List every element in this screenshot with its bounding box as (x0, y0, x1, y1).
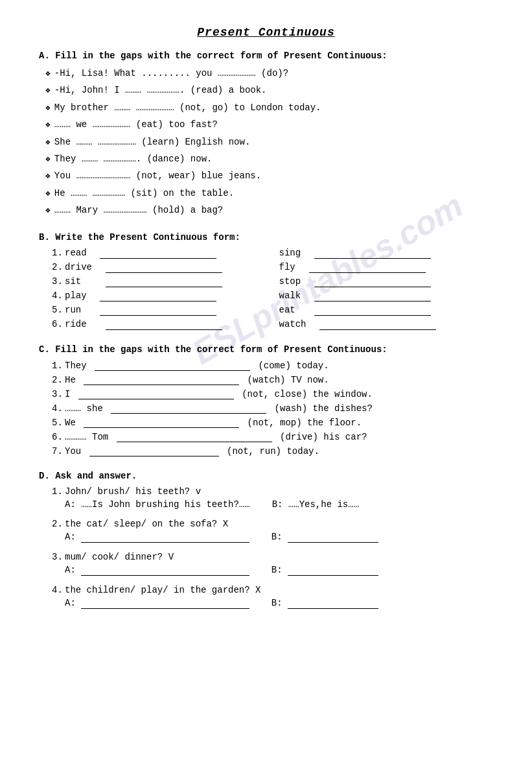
list-item: 2. He (watch) TV now. (52, 374, 493, 385)
list-item: 4. ……… she (wash) the dishes? (52, 403, 493, 414)
answer-lines-3: A: B: (52, 565, 493, 576)
bullet-icon: ❖ (45, 154, 51, 164)
list-item: 1. read sing (52, 248, 493, 259)
section-b: B. Write the Present Continuous form: 1.… (39, 232, 493, 330)
section-a: A. Fill in the gaps with the correct for… (39, 51, 493, 218)
answer-a-1: A: ……Is John brushing his teeth?…… (65, 499, 253, 510)
bullet-icon: ❖ (45, 137, 51, 147)
list-item: ❖ He ……… ……………… (sit) on the table. (39, 186, 493, 200)
list-item: 2. drive fly (52, 262, 493, 273)
list-item: ❖ She ……… ………………… (learn) English now. (39, 135, 493, 149)
answer-b-1: B: ……Yes,he is…… (272, 499, 362, 510)
ask-answer-1: 1. John/ brush/ his teeth? v A: ……Is Joh… (39, 486, 493, 510)
list-item: 3. I (not, close) the window. (52, 388, 493, 399)
answer-lines-4: A: B: (52, 598, 493, 609)
list-item: 4. play walk (52, 290, 493, 302)
page-title: Present Continuous (39, 26, 493, 39)
bullet-icon: ❖ (45, 171, 51, 181)
answer-b-3: B: (272, 565, 381, 576)
section-b-header: B. Write the Present Continuous form: (39, 232, 493, 243)
list-item: ❖ ……… Mary …………………… (hold) a bag? (39, 203, 493, 217)
prompt-3: 3. mum/ cook/ dinner? V (52, 552, 493, 562)
bullet-icon: ❖ (45, 102, 51, 113)
answer-b-2: B: (272, 532, 381, 543)
section-c: C. Fill in the gaps with the correct for… (39, 344, 493, 456)
list-item: 5. We (not, mop) the floor. (52, 417, 493, 428)
list-item: 6. ride watch (52, 319, 493, 330)
list-item: 7. You (not, run) today. (52, 445, 493, 456)
prompt-1: 1. John/ brush/ his teeth? v (52, 486, 493, 497)
list-item: ❖ -Hi, Lisa! What ......... you ………………… … (39, 66, 493, 80)
section-a-header: A. Fill in the gaps with the correct for… (39, 51, 493, 61)
bullet-icon: ❖ (45, 85, 51, 95)
answer-a-2: A: (65, 532, 252, 543)
ask-answer-2: 2. the cat/ sleep/ on the sofa? X A: B: (39, 519, 493, 543)
list-item: ❖ You ………………………… (not, wear) blue jeans. (39, 169, 493, 183)
answer-lines-2: A: B: (52, 532, 493, 543)
section-d-header: D. Ask and answer. (39, 471, 493, 481)
bullet-icon: ❖ (45, 188, 51, 198)
bullet-icon: ❖ (45, 68, 51, 78)
answer-a-4: A: (65, 598, 252, 609)
list-item: ❖ -Hi, John! I ……… ………………. (read) a book… (39, 83, 493, 97)
section-c-items: 1. They (come) today. 2. He (watch) TV n… (39, 360, 493, 456)
list-item: ❖ My brother ……… ………………… (not, go) to Lo… (39, 101, 493, 115)
answer-a-3: A: (65, 565, 252, 576)
ask-answer-4: 4. the children/ play/ in the garden? X … (39, 585, 493, 609)
section-b-grid: 1. read sing 2. drive (39, 248, 493, 330)
list-item: 6. ………… Tom (drive) his car? (52, 431, 493, 442)
prompt-2: 2. the cat/ sleep/ on the sofa? X (52, 519, 493, 529)
list-item: ❖ They ……… ………………. (dance) now. (39, 152, 493, 166)
answer-b-4: B: (272, 598, 381, 609)
list-item: 1. They (come) today. (52, 360, 493, 371)
bullet-icon: ❖ (45, 119, 51, 130)
section-d: D. Ask and answer. 1. John/ brush/ his t… (39, 471, 493, 609)
list-item: 5. run eat (52, 305, 493, 316)
answer-lines-1: A: ……Is John brushing his teeth?…… B: ……… (52, 499, 493, 510)
bullet-icon: ❖ (45, 205, 51, 215)
list-item: 3. sit stop (52, 276, 493, 287)
section-a-items: ❖ -Hi, Lisa! What ......... you ………………… … (39, 66, 493, 218)
prompt-4: 4. the children/ play/ in the garden? X (52, 585, 493, 595)
list-item: ❖ ……… we ………………… (eat) too fast? (39, 117, 493, 132)
section-c-header: C. Fill in the gaps with the correct for… (39, 344, 493, 355)
ask-answer-3: 3. mum/ cook/ dinner? V A: B: (39, 552, 493, 576)
